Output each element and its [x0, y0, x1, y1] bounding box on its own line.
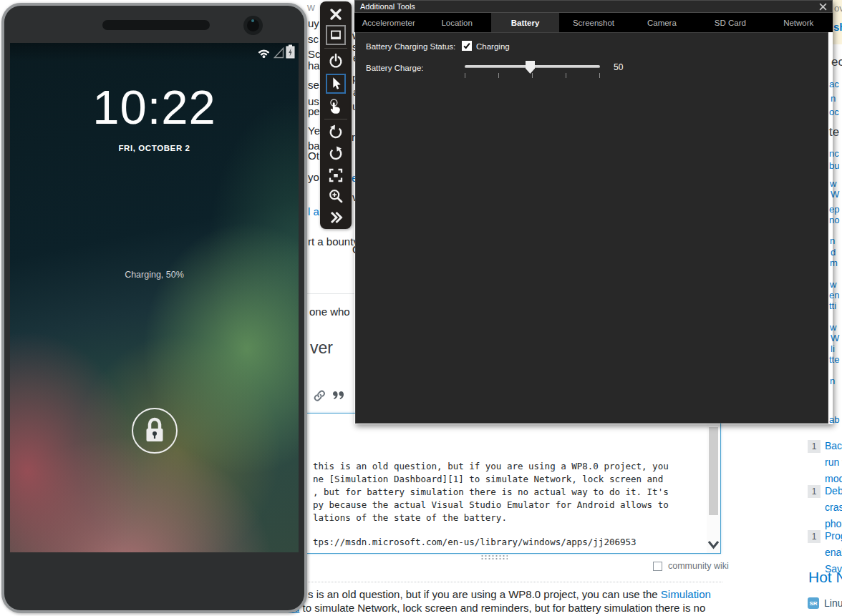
- tab-screenshot[interactable]: Screenshot: [559, 13, 627, 32]
- rotate-right-button[interactable]: [320, 143, 352, 165]
- chevron-double-right-icon: [327, 209, 344, 226]
- text-fragment: ha: [308, 60, 320, 71]
- checkmark-icon: [463, 41, 471, 50]
- dotted-divider: [304, 582, 722, 582]
- hot-network-questions-heading[interactable]: Hot Ne: [808, 569, 842, 586]
- tab-camera[interactable]: Camera: [628, 13, 696, 32]
- your-answer-heading-fragment: ver: [310, 338, 333, 358]
- lock-screen[interactable]: 10:22 FRI, OCTOBER 2 Charging, 50%: [10, 43, 299, 552]
- textarea-scrollbar[interactable]: [707, 414, 720, 553]
- panel-tab-bar: AccelerometerLocationBatteryScreenshotCa…: [354, 13, 833, 32]
- additional-tools-panel: Additional Tools AccelerometerLocationBa…: [354, 0, 833, 424]
- textarea-line: lations of the state of the battery.: [313, 512, 669, 524]
- community-wiki-checkbox[interactable]: [653, 562, 662, 571]
- power-button[interactable]: [320, 50, 352, 72]
- answer-count-badge: 1: [808, 530, 821, 543]
- text-fragment: Sc: [308, 49, 321, 59]
- panel-close-button[interactable]: [819, 3, 827, 11]
- toolbar-separator: [324, 119, 347, 119]
- text-fragment: se: [308, 79, 319, 90]
- blockquote-icon[interactable]: [333, 391, 344, 400]
- text-fragment[interactable]: l a: [308, 206, 319, 217]
- battery-charge-label: Battery Charge:: [366, 64, 424, 72]
- community-wiki-option: community wiki: [653, 561, 729, 571]
- text-fragment: ov: [834, 3, 842, 14]
- answer-count-badge: 1: [808, 485, 821, 498]
- link-icon[interactable]: [314, 390, 326, 401]
- charging-status-text: Charging, 50%: [10, 270, 299, 280]
- link-fragment[interactable]: sh: [833, 21, 842, 33]
- tab-accelerometer[interactable]: Accelerometer: [354, 13, 422, 32]
- zoom-button[interactable]: [320, 185, 352, 207]
- editor-toolbar: [314, 390, 344, 401]
- related-link-line[interactable]: run w: [825, 454, 842, 471]
- community-wiki-label: community wiki: [668, 561, 729, 571]
- minimize-button[interactable]: [326, 25, 346, 45]
- lock-screen-clock: 10:22: [10, 83, 299, 131]
- zoom-in-icon: [327, 187, 344, 205]
- related-link-line[interactable]: enab: [825, 544, 842, 561]
- battery-charge-slider[interactable]: [465, 61, 600, 78]
- charging-checkbox-label: Charging: [476, 42, 510, 51]
- fit-to-screen-button[interactable]: [320, 165, 352, 186]
- tab-label: Location: [441, 19, 472, 27]
- text-fragment: yo: [308, 172, 319, 182]
- rotate-left-button[interactable]: [320, 122, 352, 143]
- tab-sd-card[interactable]: SD Card: [696, 13, 764, 32]
- minimize-icon: [328, 27, 344, 43]
- wifi-icon: [256, 45, 272, 59]
- emulator-toolbar: [320, 1, 352, 229]
- tab-label: Camera: [647, 19, 677, 27]
- related-link-line[interactable]: Back: [825, 438, 842, 454]
- tab-label: Battery: [511, 19, 540, 27]
- charging-status-label: Battery Charging Status:: [366, 42, 455, 51]
- charging-checkbox[interactable]: [462, 41, 472, 51]
- text-fragment: w: [307, 1, 315, 12]
- tab-network[interactable]: Network: [765, 13, 833, 32]
- single-point-input-button[interactable]: [326, 74, 346, 94]
- text-fragment: sc: [308, 34, 319, 44]
- hot-network-question[interactable]: SR Linux: [808, 597, 842, 609]
- front-camera: [243, 16, 263, 35]
- answer-textarea[interactable]: this is an old question, but if you are …: [303, 413, 721, 554]
- textarea-line: py because the actual Visual Studio Emul…: [313, 499, 669, 512]
- preview-text: to simulate Network, lock screen and rem…: [299, 602, 705, 614]
- battery-charging-icon: [286, 44, 295, 59]
- simulation-link[interactable]: Simulation: [661, 588, 711, 600]
- related-link-line[interactable]: Prog: [825, 528, 842, 544]
- lock-icon[interactable]: [127, 404, 182, 458]
- text-fragment: rt a bounty: [308, 236, 359, 247]
- text-fragment: ec: [831, 55, 842, 69]
- preview-text: s is an old question, but if you are usi…: [308, 588, 661, 600]
- close-button[interactable]: [320, 4, 352, 25]
- hot-question-title[interactable]: Linux: [824, 597, 842, 609]
- panel-title-bar[interactable]: Additional Tools: [354, 0, 833, 13]
- tab-label: Network: [783, 19, 813, 27]
- rotate-left-icon: [327, 124, 344, 141]
- divider: [307, 293, 354, 294]
- android-emulator-device: 10:22 FRI, OCTOBER 2 Charging, 50%: [1, 3, 307, 613]
- battery-charge-value: 50: [614, 62, 623, 72]
- multi-touch-input-button[interactable]: [320, 95, 352, 117]
- textarea-resize-handle[interactable]: [480, 554, 508, 560]
- textarea-line: , but for battery simulation there is no…: [313, 486, 669, 499]
- slider-thumb[interactable]: [526, 61, 535, 74]
- related-link-line[interactable]: cras: [825, 499, 842, 516]
- additional-tools-button[interactable]: [320, 207, 352, 228]
- power-icon: [327, 52, 344, 69]
- scroll-down-icon[interactable]: [707, 537, 720, 552]
- tab-label: Screenshot: [573, 19, 614, 27]
- text-fragment: pe: [308, 106, 320, 117]
- panel-title: Additional Tools: [360, 2, 415, 11]
- scrollbar-thumb[interactable]: [709, 427, 718, 515]
- preview-line-2: Dashboard to simulate Network, lock scre…: [247, 602, 705, 615]
- lock-screen-date: FRI, OCTOBER 2: [10, 144, 299, 152]
- cell-signal-icon: [274, 47, 284, 59]
- related-link-line[interactable]: Deb: [825, 483, 842, 499]
- textarea-url-line: tps://msdn.microsoft.com/en-us/library/w…: [313, 537, 637, 547]
- tab-battery[interactable]: Battery: [491, 13, 559, 32]
- text-fragment: Ye: [308, 125, 320, 136]
- rotate-right-icon: [327, 145, 344, 162]
- tab-location[interactable]: Location: [422, 13, 490, 32]
- textarea-line: ne [Simulation Dashboard][1] to simulate…: [313, 473, 669, 486]
